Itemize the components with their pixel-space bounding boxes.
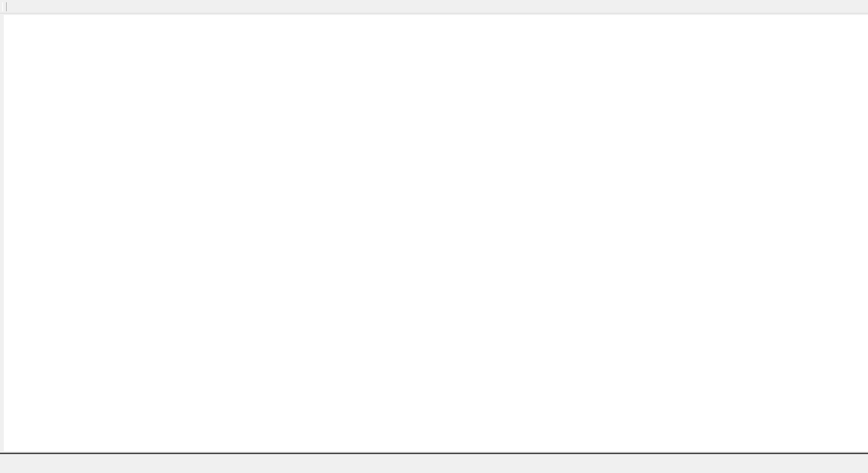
chart-tab-bar: [0, 453, 868, 473]
chart-background: [4, 15, 868, 451]
chart-canvas[interactable]: [0, 0, 868, 473]
mt4-chart-window: { "toolbar": { "timeframes": ["H4", "D1"…: [0, 0, 868, 473]
